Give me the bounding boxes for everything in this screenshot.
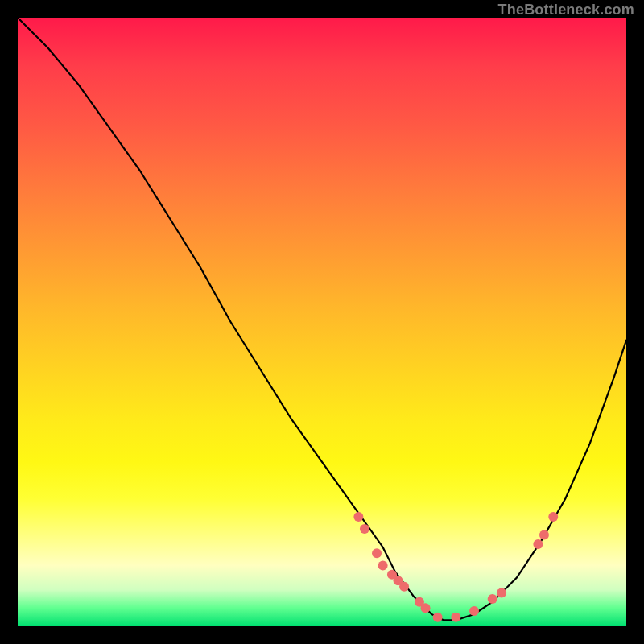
data-marker [488, 594, 497, 604]
chart-svg [18, 18, 626, 626]
bottleneck-curve [18, 18, 626, 620]
data-marker [360, 524, 369, 534]
data-marker [451, 613, 460, 622]
plot-area [18, 18, 626, 626]
data-marker [469, 606, 479, 616]
data-marker [378, 560, 388, 570]
chart-container: TheBottleneck.com [0, 0, 644, 644]
data-marker [399, 582, 409, 592]
data-marker [548, 512, 558, 522]
data-marker [533, 539, 543, 549]
data-markers [353, 512, 558, 622]
data-marker [421, 603, 431, 613]
data-marker [372, 548, 382, 558]
watermark-label: TheBottleneck.com [498, 2, 634, 19]
data-marker [539, 530, 549, 540]
data-marker [353, 512, 363, 522]
data-marker [497, 588, 506, 597]
data-marker [433, 613, 443, 622]
